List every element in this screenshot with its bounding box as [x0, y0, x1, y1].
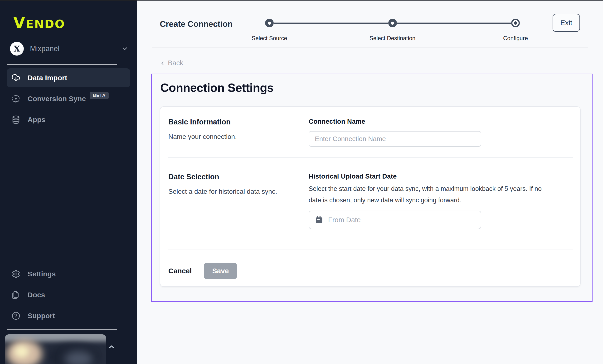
section-heading: Date Selection [168, 173, 309, 181]
section-description: Select a date for historical data sync. [168, 188, 309, 195]
step-select-source[interactable]: Select Source [265, 19, 274, 27]
header-divider [152, 47, 588, 48]
workspace-name: Mixpanel [30, 44, 59, 53]
sidebar: VENDO X Mixpanel Data Import [0, 0, 137, 364]
chevron-up-icon[interactable] [107, 343, 116, 351]
chevron-down-icon [121, 45, 128, 52]
panel-title: Connection Settings [160, 81, 592, 95]
sidebar-item-label: Data Import [28, 74, 67, 82]
sidebar-item-label: Conversion Sync [28, 95, 86, 103]
step-label: Configure [503, 35, 528, 42]
connection-name-input[interactable] [309, 131, 481, 147]
cancel-button[interactable]: Cancel [168, 267, 192, 275]
connection-settings-panel: Connection Settings Basic Information Na… [151, 74, 592, 302]
stepper-line [274, 22, 388, 24]
chevron-left-icon [160, 60, 165, 66]
from-date-placeholder: From Date [328, 216, 361, 224]
step-configure[interactable]: Configure [511, 19, 520, 27]
date-selection-row: Date Selection Select a date for histori… [168, 158, 573, 250]
help-circle-icon [12, 311, 21, 320]
mixpanel-glyph: X [13, 44, 20, 54]
section-description: Name your connection. [168, 133, 309, 141]
user-profile-card[interactable] [5, 334, 106, 364]
sidebar-divider-bottom [7, 329, 117, 330]
create-connection-header: Create Connection Select Source Select D… [137, 1, 603, 48]
gear-icon [12, 269, 21, 278]
step-select-destination[interactable]: Select Destination [388, 19, 397, 27]
basic-information-row: Basic Information Name your connection. … [168, 107, 573, 157]
page-title: Create Connection [160, 19, 232, 29]
back-link[interactable]: Back [160, 59, 183, 67]
step-circle-filled [265, 19, 274, 27]
back-label: Back [168, 59, 183, 67]
step-circle-filled [388, 19, 397, 27]
sidebar-item-conversion-sync[interactable]: Conversion Sync BETA [7, 89, 130, 108]
window-top-strip-left [0, 0, 137, 1]
connection-name-label: Connection Name [309, 118, 573, 125]
vendo-logo: VENDO [13, 15, 137, 30]
sidebar-item-label: Docs [28, 291, 45, 299]
sidebar-item-docs[interactable]: Docs [7, 286, 130, 304]
date-selection-fields: Historical Upload Start Date Select the … [309, 173, 573, 250]
section-heading: Basic Information [168, 118, 309, 126]
basic-information-fields: Connection Name [309, 118, 573, 157]
step-dot [391, 22, 394, 25]
step-dot [514, 21, 517, 25]
calendar-icon [315, 216, 323, 224]
blurred-avatar-highlight [14, 346, 29, 358]
sidebar-item-label: Support [28, 312, 55, 320]
sidebar-nav: Data Import Conversion Sync BETA [7, 68, 130, 129]
sidebar-item-settings[interactable]: Settings [7, 265, 130, 284]
mixpanel-logo-icon: X [10, 42, 24, 55]
save-button[interactable]: Save [204, 263, 237, 279]
beta-badge: BETA [90, 92, 109, 99]
date-selection-intro: Date Selection Select a date for histori… [168, 173, 309, 250]
sidebar-divider-top [7, 64, 117, 65]
sync-arrows-icon [12, 94, 21, 103]
sidebar-item-data-import[interactable]: Data Import [7, 68, 130, 87]
form-actions: Cancel Save [168, 250, 573, 279]
step-circle-outlined [511, 19, 520, 27]
exit-button[interactable]: Exit [553, 14, 580, 32]
connection-stepper: Select Source Select Destination Configu… [265, 19, 520, 27]
cloud-download-icon [12, 73, 21, 82]
sidebar-item-support[interactable]: Support [7, 306, 130, 325]
start-date-label: Historical Upload Start Date [309, 173, 573, 180]
start-date-help-text: Select the start date for your data sync… [309, 183, 551, 206]
sidebar-item-apps[interactable]: Apps [7, 110, 130, 129]
window-top-strip [0, 0, 603, 1]
step-dot [268, 22, 271, 25]
step-label: Select Source [252, 35, 287, 42]
step-label: Select Destination [370, 35, 415, 42]
from-date-input[interactable]: From Date [309, 211, 481, 229]
settings-card: Basic Information Name your connection. … [160, 106, 581, 287]
basic-information-intro: Basic Information Name your connection. [168, 118, 309, 157]
workspace-selector[interactable]: X Mixpanel [10, 42, 128, 55]
sidebar-item-label: Apps [28, 116, 46, 124]
documents-icon [12, 290, 21, 299]
database-icon [12, 115, 21, 124]
sidebar-footer-nav: Settings Docs Support [7, 265, 130, 327]
main-content: Create Connection Select Source Select D… [137, 1, 603, 364]
sidebar-item-label: Settings [28, 270, 56, 278]
stepper-line [397, 22, 511, 24]
